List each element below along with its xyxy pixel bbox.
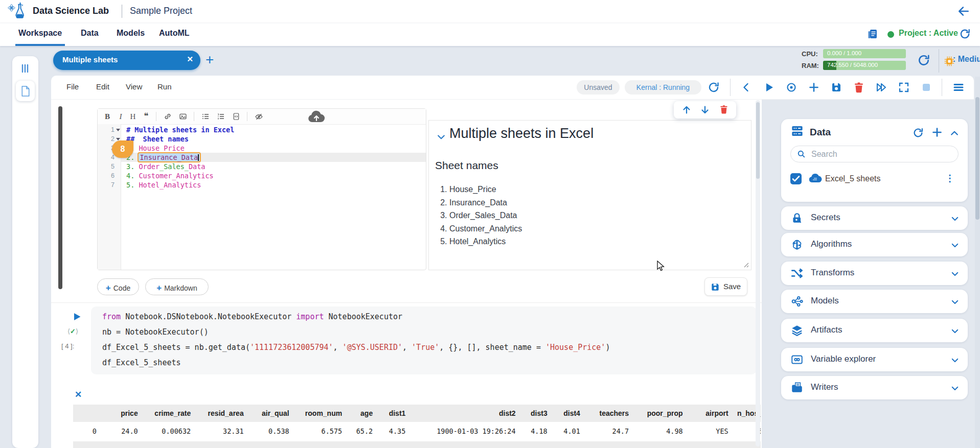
line-number: 6 [111,172,115,179]
page-scrollbar[interactable] [975,77,980,448]
markdown-editor[interactable]: B I H ❝ [97,108,426,270]
primary-nav: Workspace Data Models AutoML Project : A… [0,22,980,46]
chevron-down-icon[interactable] [950,214,960,223]
nav-prev-cell-icon[interactable] [740,81,753,93]
image-icon[interactable] [177,111,189,122]
menu-run[interactable]: Run [157,82,172,91]
unsaved-badge: Unsaved [577,80,620,95]
compute-size-label: : Medium [953,55,980,64]
sidebar-item-transforms[interactable]: Transforms [781,262,968,285]
panel-scrollbar[interactable] [756,100,760,446]
chevron-down-icon[interactable] [950,356,960,365]
add-markdown-cell-button[interactable]: +Markdown [145,278,209,295]
collapse-chevron-icon[interactable] [436,132,446,142]
nav-item-models[interactable]: Models [113,22,148,44]
cell-divider [51,302,762,303]
editor-content[interactable]: # Multiple sheets in Excel ## Sheet name… [121,124,426,270]
dataset-item[interactable]: Excel_5 sheets ⋮ [790,170,959,191]
add-code-cell-button[interactable]: +Code [97,278,139,295]
notebook-tab[interactable]: Multiple sheets ✕ [53,51,200,70]
nav-item-automl[interactable]: AutoML [156,22,193,44]
search-input[interactable] [810,148,950,161]
section-label: Artifacts [811,325,842,335]
menu-file[interactable]: File [66,82,79,91]
save-notebook-icon[interactable] [830,81,842,93]
upload-cloud-icon[interactable] [306,110,327,124]
back-arrow-icon[interactable] [957,5,970,18]
project-refresh-icon[interactable] [959,28,971,40]
numbered-list-icon[interactable] [215,111,226,122]
code-cell[interactable]: from Notebook.DSNotebook.NotebookExecuto… [91,306,757,374]
bullet-list-icon[interactable] [200,111,211,122]
quote-icon[interactable]: ❝ [141,111,152,122]
run-cell-icon[interactable] [763,81,775,93]
section-label: Models [811,296,839,306]
sidebar-item-writers[interactable]: Writers [781,376,968,399]
markdown-toolbar: B I H ❝ [98,109,426,125]
stop-kernel-icon[interactable] [920,81,932,93]
nav-item-data[interactable]: Data [78,22,102,44]
interrupt-kernel-icon[interactable] [785,81,797,93]
plus-icon: + [106,283,111,293]
text-cursor [198,154,199,161]
cell-actions-toolbar [674,101,736,119]
data-refresh-icon[interactable] [913,127,924,138]
rail-notebook-icon[interactable] [16,81,35,101]
ram-value: 742.550 / 5048.000 [827,62,878,68]
sidebar-item-models[interactable]: Models [781,290,968,313]
fold-caret-icon[interactable] [116,129,120,131]
move-cell-down-icon[interactable] [699,104,712,116]
menu-view[interactable]: View [126,82,142,91]
left-rail [12,56,38,448]
run-code-cell-icon[interactable] [72,312,82,322]
fullscreen-icon[interactable] [898,81,910,93]
section-label: Writers [811,382,838,392]
table-header-row: price crime_rate resid_area air_qual roo… [73,405,761,422]
close-output-icon[interactable]: ✕ [75,389,82,400]
move-cell-up-icon[interactable] [681,104,693,116]
preview-toggle-icon[interactable] [253,111,264,122]
run-all-icon[interactable] [875,81,887,93]
rail-grip-icon[interactable] [19,63,31,74]
resources-refresh-icon[interactable] [917,54,930,67]
chevron-down-icon[interactable] [950,384,960,393]
kernel-refresh-icon[interactable] [708,81,720,93]
menu-edit[interactable]: Edit [96,82,109,91]
sidebar-item-algorithms[interactable]: Algorithms [781,233,968,256]
sidebar-item-variable-explorer[interactable]: Variable explorer [781,348,968,371]
collapse-data-icon[interactable] [949,128,960,138]
chevron-down-icon[interactable] [950,297,960,306]
dataset-checkbox[interactable] [790,173,802,184]
add-tab-button[interactable]: + [206,51,214,68]
code-doc-icon[interactable] [231,111,242,122]
list-item: Customer_Analytics [449,222,522,235]
chevron-down-icon[interactable] [950,326,960,336]
save-button[interactable]: Save [704,277,747,296]
markdown-preview-pane: Multiple sheets in Excel Sheet names Hou… [428,120,751,270]
heading-icon[interactable]: H [127,111,139,122]
link-icon[interactable] [162,111,173,122]
search-icon [796,149,806,159]
list-item: Order_Sales_Data [449,209,522,222]
project-log-icon[interactable] [866,28,878,40]
plus-icon: + [156,283,162,293]
code-line: df_Excel_5_sheets = nb.get_data('1111723… [91,340,757,355]
delete-cell-icon[interactable] [853,81,865,93]
italic-icon[interactable]: I [115,111,126,122]
chevron-down-icon[interactable] [950,241,960,250]
sidebar-item-secrets[interactable]: Secrets [781,206,968,230]
sidebar-item-artifacts[interactable]: Artifacts [781,319,968,342]
dataset-menu-icon[interactable]: ⋮ [945,173,954,184]
bold-icon[interactable]: B [102,111,113,122]
ram-label: RAM: [802,62,819,69]
delete-cell-icon[interactable] [719,104,731,116]
resize-handle[interactable] [743,262,749,268]
tab-close-icon[interactable]: ✕ [187,55,193,64]
chevron-down-icon[interactable] [950,269,960,278]
add-data-icon[interactable] [931,126,943,138]
panel-menu-icon[interactable] [952,81,966,93]
mouse-cursor [656,261,666,272]
nav-item-workspace[interactable]: Workspace [15,22,65,46]
add-cell-icon[interactable] [808,81,820,93]
save-floppy-icon [710,282,720,292]
